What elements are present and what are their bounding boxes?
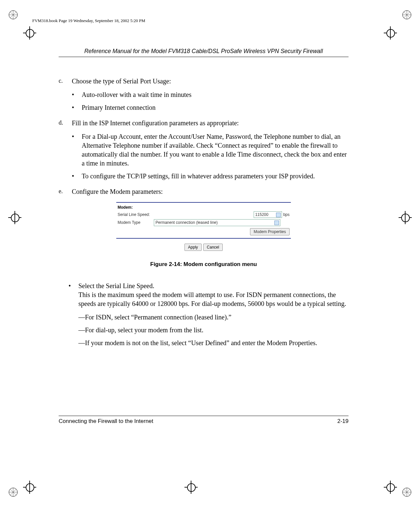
bullet-d-0: For a Dial-up Account, enter the Account…	[82, 132, 349, 168]
footer-left: Connecting the Firewall to the Internet	[59, 418, 153, 425]
modem-properties-button[interactable]: Modem Properties	[250, 228, 290, 235]
modem-type-select[interactable]: Permanent connection (leased line)	[154, 219, 280, 226]
bullet-icon: •	[69, 282, 78, 308]
modem-heading: Modem:	[118, 205, 290, 210]
step-label-e: e.	[59, 187, 72, 196]
page-footer: Connecting the Firewall to the Internet …	[59, 416, 349, 425]
step-text-e: Configure the Modem parameters:	[72, 187, 349, 196]
step-text-c: Choose the type of Serial Port Usage:	[72, 77, 349, 86]
after-fig-body: This is the maximum speed the modem will…	[78, 291, 346, 307]
bps-label: bps	[283, 212, 290, 217]
bullet-icon: •	[72, 132, 82, 168]
step-label-c: c.	[59, 77, 72, 86]
bullet-icon: •	[72, 90, 82, 99]
bullet-icon: •	[72, 103, 82, 112]
running-head: Reference Manual for the Model FVM318 Ca…	[59, 48, 349, 55]
registration-mark-icon	[402, 487, 412, 497]
registration-mark-icon	[8, 10, 18, 20]
footer-right: 2-19	[337, 418, 349, 425]
dash-item-0: —For ISDN, select “Permanent connection …	[78, 313, 349, 322]
after-fig-bullet: Select the Serial Line Speed. This is th…	[78, 282, 349, 308]
bullet-c-1: Primary Internet connection	[82, 103, 349, 112]
apply-button[interactable]: Apply	[184, 244, 202, 251]
figure-2-14: Modem: Serial Line Speed: 115200 bps Mod…	[116, 202, 291, 268]
bullet-d-1: To configure the TCP/IP settings, fill i…	[82, 172, 349, 181]
book-page-header: FVM318.book Page 19 Wednesday, September…	[32, 18, 145, 23]
bullet-c-0: Auto-rollover with a wait time in minute…	[82, 90, 349, 99]
registration-mark-icon	[8, 487, 18, 497]
dash-item-1: —For dial-up, select your modem from the…	[78, 326, 349, 335]
cancel-button[interactable]: Cancel	[203, 244, 223, 251]
after-fig-lead: Select the Serial Line Speed.	[78, 282, 154, 289]
step-text-d: Fill in the ISP Internet configuration p…	[72, 119, 349, 128]
registration-mark-icon	[402, 10, 412, 20]
header-rule	[59, 57, 349, 57]
body-text: c. Choose the type of Serial Port Usage:…	[59, 77, 349, 347]
serial-line-speed-label: Serial Line Speed:	[118, 212, 154, 217]
step-label-d: d.	[59, 119, 72, 128]
bullet-icon: •	[72, 172, 82, 181]
modem-type-label: Modem Type	[118, 220, 154, 225]
figure-caption: Figure 2-14: Modem configuration menu	[116, 261, 291, 268]
footer-rule	[59, 416, 349, 416]
dash-item-2: —If your modem is not on the list, selec…	[78, 339, 349, 347]
serial-line-speed-select[interactable]: 115200	[254, 211, 282, 218]
